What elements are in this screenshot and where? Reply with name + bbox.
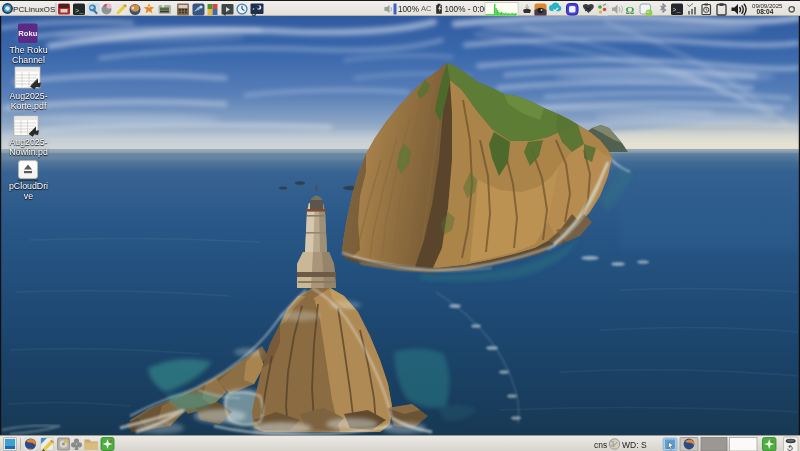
svg-text:Ω: Ω (626, 4, 635, 16)
svg-text:AC: AC (421, 4, 432, 13)
svg-text:>_: >_ (673, 7, 681, 14)
svg-text:Roku: Roku (18, 29, 37, 38)
svg-text:WD: S: WD: S (622, 440, 647, 450)
svg-text:cns: cns (594, 440, 607, 450)
svg-text:100% - 0:00: 100% - 0:00 (445, 5, 490, 14)
svg-text:08:04: 08:04 (757, 8, 774, 15)
svg-text:100%: 100% (398, 5, 419, 14)
svg-text:>_: >_ (75, 7, 84, 15)
svg-text:PCLinuxOS: PCLinuxOS (13, 5, 56, 14)
